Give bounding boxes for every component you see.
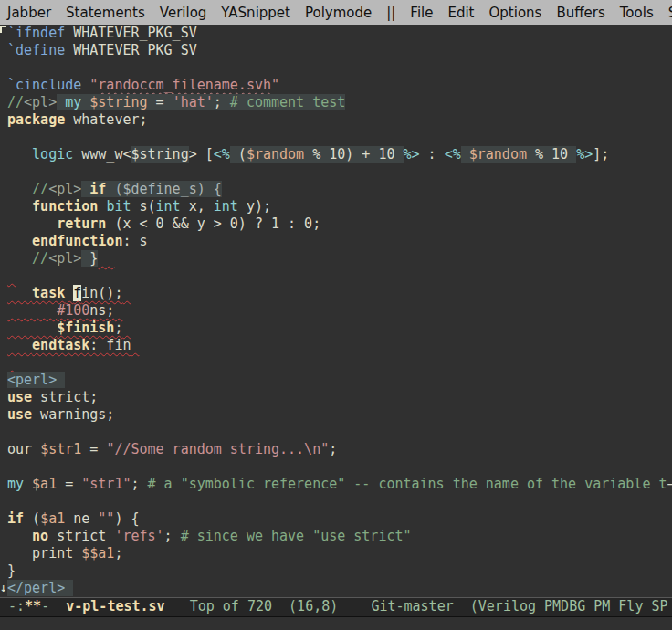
mode-line-segment: v-pl-test.sv xyxy=(66,598,164,614)
mode-line-segment: - xyxy=(41,598,66,614)
code-line[interactable]: my $a1 = "str1"; # a "symbolic reference… xyxy=(7,476,672,493)
code-line[interactable]: use warnings; xyxy=(7,406,672,424)
code-line[interactable]: print $$a1; xyxy=(7,545,672,562)
menu-item-edit[interactable]: Edit xyxy=(440,5,481,21)
mode-line-segment: ** xyxy=(25,598,41,614)
code-area[interactable]: ↓ `ifndef WHATEVER_PKG_SV`define WHATEVE… xyxy=(0,25,672,597)
code-line[interactable]: our $str1 = "//Some random string...\n"; xyxy=(7,441,672,458)
continuation-down-icon: ↓ xyxy=(0,582,7,593)
code-line[interactable]: no strict 'refs'; # since we have "use s… xyxy=(7,528,672,545)
menu-item-buffers[interactable]: Buffers xyxy=(549,5,612,21)
text-cursor: f xyxy=(73,285,81,301)
mode-line-segment: Top of 720 (16,8) Git-master (Verilog PM… xyxy=(165,598,668,614)
buffer-boundary-icon xyxy=(0,26,6,33)
code-line[interactable]: } xyxy=(7,562,672,580)
code-line[interactable]: <perl> xyxy=(7,372,672,389)
menu-bar: JabberStatementsVerilogYASnippetPolymode… xyxy=(0,0,672,25)
menu-item-file[interactable]: File xyxy=(403,5,440,21)
mode-line-segment: -: xyxy=(0,598,25,614)
menu-item-yasnippet[interactable]: YASnippet xyxy=(214,5,298,21)
code-line[interactable] xyxy=(7,129,672,146)
menu-item-separator[interactable]: || xyxy=(379,5,403,21)
mode-line[interactable]: -:**- v-pl-test.sv Top of 720 (16,8) Git… xyxy=(0,597,672,617)
code-line[interactable]: endtask: fin xyxy=(7,337,672,354)
code-line[interactable] xyxy=(7,59,672,77)
code-line[interactable]: `ifndef WHATEVER_PKG_SV xyxy=(7,25,672,42)
code-line[interactable] xyxy=(7,268,672,285)
menu-item-statements[interactable]: Statements xyxy=(58,5,152,21)
echo-area[interactable]: (verilog-mode) type:host span:348-411 cl… xyxy=(0,617,672,630)
code-line[interactable] xyxy=(7,354,672,372)
code-line[interactable]: `cinclude "randoccm_filename.svh" xyxy=(7,77,672,94)
code-line[interactable]: $finish; xyxy=(7,320,672,337)
code-line[interactable]: return (x < 0 && y > 0) ? 1 : 0; xyxy=(7,215,672,233)
code-line[interactable] xyxy=(7,163,672,181)
code-line[interactable]: //<pl> } xyxy=(7,250,672,268)
menu-item-polymode[interactable]: Polymode xyxy=(298,5,379,21)
code-line[interactable] xyxy=(7,493,672,510)
code-line[interactable]: `define WHATEVER_PKG_SV xyxy=(7,42,672,59)
code-line[interactable]: package whatever; xyxy=(7,111,672,129)
code-line[interactable]: logic www_w<$string> [<% ($random % 10) … xyxy=(7,146,672,163)
code-line[interactable]: //<pl> my $string = 'hat'; # comment tes… xyxy=(7,94,672,111)
menu-item-search[interactable]: Search xyxy=(661,5,672,21)
menu-item-verilog[interactable]: Verilog xyxy=(152,5,215,21)
code-line[interactable]: task fin(); xyxy=(7,285,672,302)
code-line[interactable]: endfunction: s xyxy=(7,233,672,250)
code-line[interactable]: use strict; xyxy=(7,389,672,406)
code-line[interactable] xyxy=(7,424,672,441)
code-line[interactable]: #100ns; xyxy=(7,302,672,320)
menu-item-jabber[interactable]: Jabber xyxy=(0,5,58,21)
code-line[interactable]: if ($a1 ne "") { xyxy=(7,510,672,528)
menu-item-options[interactable]: Options xyxy=(482,5,550,21)
menu-item-tools[interactable]: Tools xyxy=(613,5,661,21)
code-line[interactable]: //<pl> if ($define_s) { xyxy=(7,181,672,198)
code-line[interactable] xyxy=(7,458,672,476)
code-line[interactable]: function bit s(int x, int y); xyxy=(7,198,672,215)
code-line[interactable]: </perl> xyxy=(7,580,672,597)
